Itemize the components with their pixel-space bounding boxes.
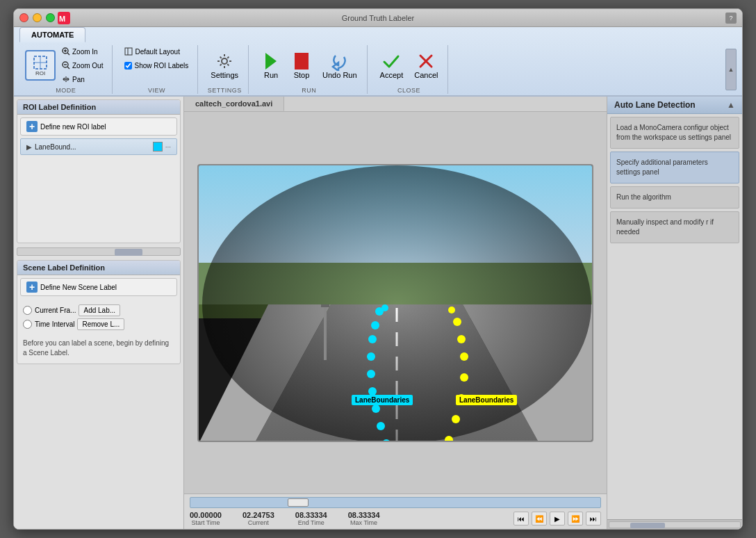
end-time-label: End Time <box>298 519 324 526</box>
right-panel-scroll[interactable]: Load a MonoCamera configur object from t… <box>607 114 742 519</box>
add-scene-icon: + <box>26 282 38 293</box>
right-panel-scrollbar[interactable] <box>609 521 741 528</box>
start-time-value: 00.00000 <box>190 511 222 519</box>
mode-group-label: MODE <box>25 87 106 94</box>
run-button[interactable]: Run <box>257 49 285 82</box>
svg-rect-12 <box>125 48 132 55</box>
show-roi-labels-label: Show ROI Labels <box>134 62 188 70</box>
max-time-label: Max Time <box>350 519 377 526</box>
current-time-value: 02.24753 <box>243 511 274 519</box>
add-roi-label-button[interactable]: + Define new ROI label <box>20 117 177 136</box>
add-scene-label-text: Define New Scene Label <box>40 284 117 291</box>
ribbon-group-settings: Settings SETTINGS <box>201 45 249 94</box>
svg-point-28 <box>372 405 380 413</box>
undo-run-button[interactable]: Undo Run <box>318 49 361 82</box>
current-frame-radio-input[interactable] <box>23 306 32 315</box>
run-icon <box>261 51 281 71</box>
svg-rect-16 <box>295 53 309 70</box>
current-time-label: Current <box>248 519 269 526</box>
roi-label-content: + Define new ROI label ▶ LaneBound... ··… <box>17 115 180 159</box>
time-interval-radio[interactable]: Time Interval Remove L... <box>23 318 174 330</box>
max-time-group: 08.33334 Max Time <box>348 511 380 526</box>
max-time-value: 08.33334 <box>348 511 380 519</box>
svg-point-42 <box>453 318 461 326</box>
zoom-in-icon <box>62 47 70 56</box>
main-area: ROI Label Definition + Define new ROI la… <box>14 97 742 529</box>
settings-button[interactable]: Settings <box>206 49 243 82</box>
tab-automate[interactable]: AUTOMATE <box>19 27 85 42</box>
roi-label-section: ROI Label Definition + Define new ROI la… <box>17 99 181 243</box>
zoom-in-label: Zoom In <box>72 48 98 56</box>
step-forward-button[interactable]: ⏩ <box>568 512 583 525</box>
left-panel: ROI Label Definition + Define new ROI la… <box>14 97 184 529</box>
video-tabs: caltech_cordova1.avi <box>184 97 607 112</box>
ribbon-body: ROI Zoom In Zoom Out Pan <box>14 42 742 95</box>
svg-point-39 <box>460 373 468 382</box>
scene-label-header: Scene Label Definition <box>17 261 180 275</box>
settings-label: Settings <box>211 71 238 79</box>
right-panel-title: Auto Lane Detection <box>614 100 696 110</box>
roi-labels-checkbox[interactable] <box>124 62 132 70</box>
step-2: Specify additional parameters settings p… <box>610 152 739 184</box>
go-to-start-button[interactable]: ⏮ <box>513 512 529 525</box>
accept-label: Accept <box>380 71 404 79</box>
scene-hint: Before you can label a scene, begin by d… <box>17 333 180 364</box>
step-back-button[interactable]: ⏪ <box>532 512 547 525</box>
ribbon-group-mode-items: ROI Zoom In Zoom Out Pan <box>25 45 106 85</box>
right-panel-header: Auto Lane Detection ▲ <box>607 97 742 114</box>
step-1: Load a MonoCamera configur object from t… <box>610 117 739 149</box>
svg-point-29 <box>368 387 377 396</box>
default-layout-button[interactable]: Default Layout <box>121 45 183 58</box>
ribbon-collapse-button[interactable]: ▲ <box>725 49 737 90</box>
svg-point-14 <box>222 58 227 64</box>
lane-bound-item[interactable]: ▶ LaneBound... ··· <box>20 138 177 155</box>
timeline-thumb[interactable] <box>288 498 309 507</box>
center-panel: caltech_cordova1.avi <box>184 97 607 529</box>
add-lab-button[interactable]: Add Lab... <box>79 304 120 316</box>
pan-button[interactable]: Pan <box>58 73 106 85</box>
stop-label: Stop <box>294 71 310 79</box>
cancel-button[interactable]: Cancel <box>410 49 442 82</box>
default-layout-label: Default Layout <box>135 48 180 56</box>
stop-button[interactable]: Stop <box>288 49 315 82</box>
add-scene-label-button[interactable]: + Define New Scene Label <box>20 278 177 296</box>
svg-point-40 <box>460 352 468 361</box>
zoom-out-button[interactable]: Zoom Out <box>58 59 106 72</box>
video-frame: LaneBoundaries LaneBoundaries <box>184 112 607 494</box>
layout-icon <box>124 47 133 56</box>
timeline-bar[interactable] <box>190 497 601 508</box>
label-options-icon[interactable]: ··· <box>165 143 171 151</box>
go-to-end-button[interactable]: ⏭ <box>586 512 601 525</box>
remove-lab-button[interactable]: Remove L... <box>77 318 124 330</box>
svg-point-37 <box>452 415 460 423</box>
time-interval-radio-input[interactable] <box>23 320 32 329</box>
stop-icon <box>292 51 311 71</box>
video-tab[interactable]: caltech_cordova1.avi <box>184 97 284 111</box>
play-button[interactable]: ▶ <box>550 512 565 525</box>
roi-label-empty-space <box>17 159 180 243</box>
current-frame-radio[interactable]: Current Fra... Add Lab... <box>23 304 174 316</box>
roi-scrollbar[interactable] <box>17 247 181 256</box>
roi-button[interactable]: ROI <box>25 50 56 81</box>
timeline-controls: ⏮ ⏪ ▶ ⏩ ⏭ <box>513 512 601 525</box>
zoom-out-label: Zoom Out <box>72 62 103 70</box>
help-icon[interactable]: ? <box>725 13 737 24</box>
zoom-out-icon <box>62 61 70 70</box>
right-panel-bottom <box>607 519 742 529</box>
show-roi-labels-button[interactable]: Show ROI Labels <box>121 60 192 72</box>
zoom-in-button[interactable]: Zoom In <box>58 45 106 58</box>
accept-button[interactable]: Accept <box>376 49 408 82</box>
svg-point-31 <box>367 352 375 361</box>
start-time-group: 00.00000 Start Time <box>190 511 222 526</box>
accept-icon <box>381 51 401 71</box>
right-panel-collapse-icon[interactable]: ▲ <box>727 100 735 110</box>
roi-icon <box>33 55 48 70</box>
svg-point-43 <box>448 307 455 313</box>
close-group-label: CLOSE <box>376 87 443 94</box>
run-label: Run <box>264 71 278 79</box>
scene-label-section: Scene Label Definition + Define New Scen… <box>17 260 181 364</box>
svg-rect-44 <box>324 304 327 360</box>
ribbon-group-run-items: Run Stop Undo Run <box>257 45 361 85</box>
svg-point-35 <box>381 304 388 311</box>
ribbon-group-close-items: Accept Cancel <box>376 45 443 85</box>
